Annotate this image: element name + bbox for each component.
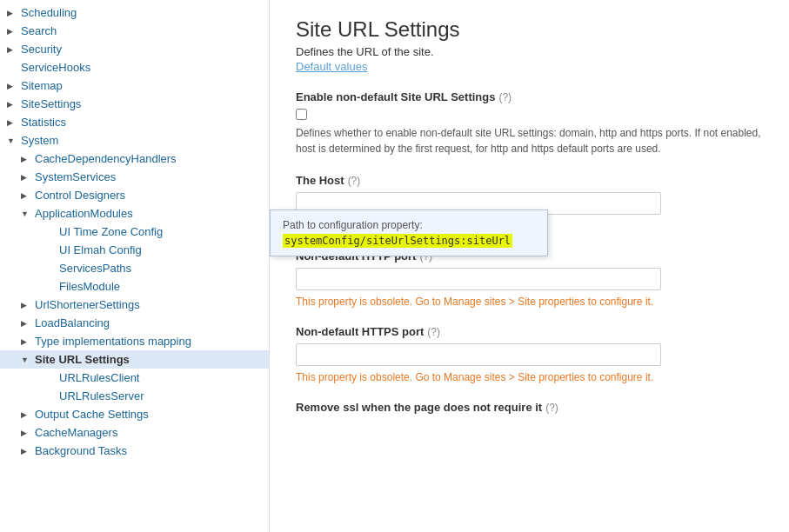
tooltip-value: systemConfig/siteUrlSettings:siteUrl <box>283 234 512 248</box>
sidebar-label-applicationmodules: ApplicationModules <box>35 207 133 220</box>
sidebar-item-urlrulesserver[interactable]: URLRulesServer <box>0 387 269 405</box>
sidebar-item-uitimezoneconfig[interactable]: UI Time Zone Config <box>0 223 269 241</box>
arrow-icon-security: ▶ <box>7 45 19 54</box>
sidebar-item-sitemap[interactable]: ▶Sitemap <box>0 76 269 95</box>
sidebar-label-statistics: Statistics <box>21 116 66 129</box>
enable-checkbox-row <box>296 109 763 120</box>
arrow-icon-search: ▶ <box>7 27 19 36</box>
enable-description: Defines whether to enable non-default si… <box>296 125 763 156</box>
https-label: Non-default HTTPS port <box>296 325 424 338</box>
sidebar-item-backgroundtasks[interactable]: ▶Background Tasks <box>0 442 269 460</box>
tooltip-title: Path to configuration property: <box>283 219 535 231</box>
sidebar-label-loadbalancing: LoadBalancing <box>35 316 110 329</box>
sidebar-item-system[interactable]: ▼System <box>0 131 269 150</box>
ssl-label-row: Remove ssl when the page does not requir… <box>296 401 763 414</box>
arrow-icon-cachemanagers: ▶ <box>21 429 33 437</box>
https-label-row: Non-default HTTPS port (?) <box>296 325 763 338</box>
arrow-icon-backgroundtasks: ▶ <box>21 447 33 456</box>
sidebar-item-urlrulesclient[interactable]: URLRulesClient <box>0 369 269 387</box>
sidebar-label-cachemanagers: CacheManagers <box>35 426 117 439</box>
enable-label-row: Enable non-default Site URL Settings (?) <box>296 90 763 103</box>
https-qmark[interactable]: (?) <box>427 326 440 338</box>
sidebar-label-system: System <box>21 134 58 147</box>
sidebar-label-uitimezoneconfig: UI Time Zone Config <box>59 225 163 238</box>
arrow-icon-cachedependencyhandlers: ▶ <box>21 155 33 163</box>
sidebar-item-filesmodule[interactable]: FilesModule <box>0 277 269 296</box>
sidebar-item-loadbalancing[interactable]: ▶LoadBalancing <box>0 314 269 332</box>
arrow-icon-siteurlsettings: ▼ <box>21 356 33 364</box>
sidebar: ▶Scheduling▶Search▶SecurityServiceHooks▶… <box>0 0 270 532</box>
enable-checkbox[interactable] <box>296 109 307 120</box>
sidebar-item-servicespaths[interactable]: ServicesPaths <box>0 259 269 277</box>
sidebar-item-controldesigners[interactable]: ▶Control Designers <box>0 186 269 204</box>
arrow-icon-sitesettings: ▶ <box>7 100 19 109</box>
sidebar-label-security: Security <box>21 43 62 56</box>
sidebar-label-servicespaths: ServicesPaths <box>59 262 131 275</box>
sidebar-label-scheduling: Scheduling <box>21 6 77 19</box>
sidebar-label-urlrulesserver: URLRulesServer <box>59 389 144 402</box>
main-content: Site URL Settings Defines the URL of the… <box>270 0 789 532</box>
arrow-icon-systemservices: ▶ <box>21 173 33 182</box>
enable-label: Enable non-default Site URL Settings <box>296 90 495 103</box>
ssl-label: Remove ssl when the page does not requir… <box>296 401 542 414</box>
sidebar-item-typeimplementations[interactable]: ▶Type implementations mapping <box>0 332 269 350</box>
arrow-icon-loadbalancing: ▶ <box>21 319 33 328</box>
host-label-row: The Host (?) <box>296 174 763 187</box>
page-subtitle: Defines the URL of the site. <box>296 45 763 58</box>
sidebar-label-systemservices: SystemServices <box>35 170 116 183</box>
arrow-icon-system: ▼ <box>7 136 19 145</box>
sidebar-item-applicationmodules[interactable]: ▼ApplicationModules <box>0 204 269 223</box>
sidebar-item-urlshortenersettings[interactable]: ▶UrlShortenerSettings <box>0 296 269 314</box>
ssl-section: Remove ssl when the page does not requir… <box>296 401 763 414</box>
sidebar-label-servicehooks: ServiceHooks <box>21 61 90 74</box>
sidebar-item-cachedependencyhandlers[interactable]: ▶CacheDependencyHandlers <box>0 150 269 168</box>
sidebar-item-systemservices[interactable]: ▶SystemServices <box>0 168 269 186</box>
arrow-icon-applicationmodules: ▼ <box>21 209 33 218</box>
https-port-input[interactable] <box>296 343 661 366</box>
enable-qmark[interactable]: (?) <box>498 91 512 103</box>
page-title: Site URL Settings <box>296 17 763 42</box>
sidebar-item-scheduling[interactable]: ▶Scheduling <box>0 3 269 22</box>
host-field-area: Path to configuration property: systemCo… <box>296 192 763 215</box>
enable-section: Enable non-default Site URL Settings (?)… <box>296 90 763 156</box>
sidebar-item-statistics[interactable]: ▶Statistics <box>0 113 269 131</box>
arrow-icon-outputcachesettings: ▶ <box>21 410 33 419</box>
arrow-icon-controldesigners: ▶ <box>21 191 33 200</box>
arrow-icon-typeimplementations: ▶ <box>21 337 33 346</box>
https-section: Non-default HTTPS port (?) This property… <box>296 325 763 383</box>
sidebar-label-cachedependencyhandlers: CacheDependencyHandlers <box>35 152 177 165</box>
arrow-icon-statistics: ▶ <box>7 118 19 127</box>
sidebar-item-cachemanagers[interactable]: ▶CacheManagers <box>0 423 269 442</box>
sidebar-label-search: Search <box>21 24 57 37</box>
sidebar-label-urlrulesclient: URLRulesClient <box>59 371 139 384</box>
arrow-icon-urlshortenersettings: ▶ <box>21 301 33 309</box>
arrow-icon-sitemap: ▶ <box>7 82 19 90</box>
http-obsolete: This property is obsolete. Go to Manage … <box>296 296 763 308</box>
host-tooltip: Path to configuration property: systemCo… <box>270 209 548 256</box>
sidebar-item-sitesettings[interactable]: ▶SiteSettings <box>0 95 269 113</box>
sidebar-label-sitesettings: SiteSettings <box>21 97 81 110</box>
https-obsolete: This property is obsolete. Go to Manage … <box>296 371 763 383</box>
host-label: The Host <box>296 174 344 187</box>
sidebar-item-siteurlsettings[interactable]: ▼Site URL Settings <box>0 350 269 369</box>
default-values-link[interactable]: Default values <box>296 60 763 73</box>
http-port-input[interactable] <box>296 268 661 290</box>
host-qmark[interactable]: (?) <box>348 175 361 187</box>
sidebar-item-outputcachesettings[interactable]: ▶Output Cache Settings <box>0 405 269 423</box>
sidebar-label-uielmahconfig: UI Elmah Config <box>59 243 142 256</box>
sidebar-label-urlshortenersettings: UrlShortenerSettings <box>35 298 140 311</box>
ssl-qmark[interactable]: (?) <box>545 402 558 414</box>
arrow-icon-scheduling: ▶ <box>7 9 19 17</box>
sidebar-label-backgroundtasks: Background Tasks <box>35 444 127 457</box>
sidebar-item-servicehooks[interactable]: ServiceHooks <box>0 58 269 76</box>
sidebar-label-typeimplementations: Type implementations mapping <box>35 335 191 348</box>
sidebar-item-uielmahconfig[interactable]: UI Elmah Config <box>0 241 269 259</box>
sidebar-item-search[interactable]: ▶Search <box>0 22 269 40</box>
http-section: Non-default HTTP port (?) This property … <box>296 249 763 308</box>
sidebar-item-security[interactable]: ▶Security <box>0 40 269 58</box>
sidebar-label-controldesigners: Control Designers <box>35 189 125 202</box>
host-section: The Host (?) Path to configuration prope… <box>296 174 763 232</box>
sidebar-label-outputcachesettings: Output Cache Settings <box>35 408 149 421</box>
sidebar-label-siteurlsettings: Site URL Settings <box>35 353 130 366</box>
sidebar-label-sitemap: Sitemap <box>21 79 63 92</box>
